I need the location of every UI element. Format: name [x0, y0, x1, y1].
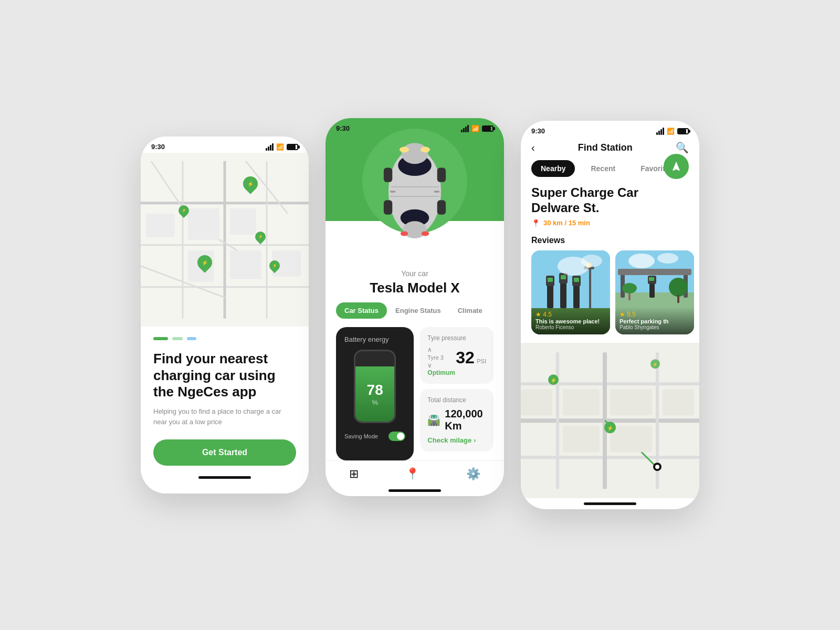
review-card-1[interactable]: ★ 4.5 This is awesome place! Roberto Fic…: [531, 250, 610, 334]
nav-home-icon[interactable]: ⊞: [349, 467, 359, 481]
tyre-stepper[interactable]: ∧ Tyre 3 ∨: [427, 346, 444, 369]
svg-text:⚡: ⚡: [653, 362, 658, 367]
svg-rect-25: [384, 200, 392, 214]
battery-label: Battery energy: [344, 335, 389, 343]
svg-point-57: [669, 278, 688, 297]
svg-rect-70: [563, 389, 600, 415]
svg-rect-23: [384, 168, 392, 182]
nav-location-icon[interactable]: 📍: [405, 467, 419, 481]
svg-rect-74: [663, 389, 694, 415]
chevron-right-icon: ›: [474, 436, 476, 444]
svg-point-20: [403, 221, 426, 238]
map-pin-small-1: [176, 203, 191, 218]
station-map: ⚡ ⚡ ⚡: [521, 343, 699, 498]
svg-text:⚡: ⚡: [607, 425, 614, 432]
battery-icon-2: [482, 125, 494, 132]
map-pin-small-2: [253, 229, 268, 244]
chevron-up-icon[interactable]: ∧: [427, 346, 444, 353]
wifi-icon: 📶: [276, 143, 284, 151]
review-rating-2: ★ 5.5: [620, 311, 690, 318]
wifi-icon-3: 📶: [667, 128, 675, 135]
svg-rect-37: [548, 278, 553, 282]
status-bar-3: 9:30 📶: [521, 121, 699, 137]
station-name: Super Charge Car Delware St.: [521, 185, 699, 216]
station-distance: 30 km / 15 min: [543, 219, 590, 227]
car-label: Your car: [326, 265, 504, 280]
svg-point-29: [400, 147, 409, 153]
reviews-scroll: ★ 4.5 This is awesome place! Roberto Fic…: [521, 250, 699, 334]
status-tabs: Car Status Engine Status Climate: [326, 302, 504, 319]
review-rating-1: ★ 4.5: [536, 311, 606, 318]
phone-car-status: 9:30 📶: [326, 118, 504, 496]
tyre-id: Tyre 3: [427, 354, 444, 361]
signal-icon: [266, 143, 274, 151]
search-button[interactable]: 🔍: [676, 141, 689, 154]
svg-rect-43: [574, 278, 579, 282]
car-name: Tesla Model X: [326, 280, 504, 296]
distance-value: 120,000 Km: [445, 408, 486, 432]
car-hero: [326, 118, 504, 265]
svg-rect-26: [437, 200, 446, 214]
review-overlay-1: ★ 4.5 This is awesome place! Roberto Fic…: [531, 307, 610, 334]
battery-icon-3: [677, 128, 689, 134]
signal-icon-2: [461, 125, 469, 132]
map-background: [141, 153, 309, 327]
bottom-nav: ⊞ 📍 ⚙️: [326, 460, 504, 485]
total-distance-card: Total distance 🛣️ 120,000 Km Check milag…: [420, 389, 494, 452]
dot-2: [172, 337, 183, 340]
svg-rect-53: [618, 269, 691, 275]
svg-rect-11: [230, 208, 256, 235]
get-started-button[interactable]: Get Started: [153, 439, 296, 466]
onboarding-subtext: Helping you to find a place to charge a …: [153, 406, 296, 427]
check-milage-button[interactable]: Check milage ›: [427, 436, 486, 444]
back-button[interactable]: ‹: [531, 142, 535, 154]
time-1: 9:30: [151, 143, 165, 151]
battery-unit: %: [372, 398, 378, 406]
svg-rect-71: [610, 389, 652, 415]
svg-rect-44: [589, 266, 591, 308]
tab-recent[interactable]: Recent: [581, 160, 625, 177]
svg-point-32: [422, 231, 429, 236]
right-cards: Tyre pressure ∧ Tyre 3 ∨ 32 PSI Optimum: [420, 327, 494, 460]
tab-car-status[interactable]: Car Status: [336, 302, 387, 319]
saving-mode-toggle[interactable]: [388, 432, 405, 441]
reviews-label: Reviews: [521, 236, 699, 245]
svg-rect-75: [521, 389, 552, 415]
nav-settings-icon[interactable]: ⚙️: [466, 467, 480, 481]
tyre-unit: PSI: [477, 358, 486, 364]
find-station-title: Find Station: [578, 142, 633, 153]
review-text-2: Perfect parking th: [620, 318, 690, 324]
svg-rect-10: [188, 208, 219, 240]
battery-card: Battery energy 78 % Saving Mode: [336, 327, 414, 460]
time-3: 9:30: [531, 127, 545, 135]
status-grid: Battery energy 78 % Saving Mode Tyre pre…: [326, 327, 504, 460]
wifi-icon-2: 📶: [471, 125, 479, 132]
review-overlay-2: ★ 5.5 Perfect parking th Pablo Shyngates: [615, 307, 694, 334]
svg-point-30: [421, 147, 430, 153]
svg-rect-28: [434, 191, 439, 193]
tab-nearby[interactable]: Nearby: [531, 160, 575, 177]
svg-text:⚡: ⚡: [550, 377, 557, 384]
navigate-button[interactable]: [664, 154, 689, 179]
station-meta: 📍 30 km / 15 min: [521, 219, 699, 227]
tyre-row: ∧ Tyre 3 ∨ 32 PSI: [427, 346, 486, 369]
dot-3: [187, 337, 196, 340]
battery-visual: 78 %: [354, 350, 396, 423]
chevron-down-icon[interactable]: ∨: [427, 362, 444, 369]
svg-rect-51: [621, 271, 625, 298]
onboarding-headline: Find your nearest charging car using the…: [153, 351, 296, 400]
distance-label: Total distance: [427, 396, 486, 404]
svg-rect-40: [561, 275, 566, 279]
tab-engine-status[interactable]: Engine Status: [387, 302, 449, 319]
svg-rect-24: [437, 168, 446, 182]
review-author-1: Roberto Ficenso: [536, 324, 606, 330]
svg-rect-27: [390, 191, 396, 193]
signal-icon-3: [656, 128, 664, 135]
battery-icon: [287, 144, 298, 150]
tab-climate[interactable]: Climate: [449, 302, 491, 319]
home-indicator-3: [584, 502, 636, 505]
svg-point-31: [401, 231, 408, 236]
review-card-2[interactable]: ★ 5.5 Perfect parking th Pablo Shyngates: [615, 250, 694, 334]
svg-point-19: [402, 143, 428, 164]
svg-point-62: [657, 253, 678, 264]
